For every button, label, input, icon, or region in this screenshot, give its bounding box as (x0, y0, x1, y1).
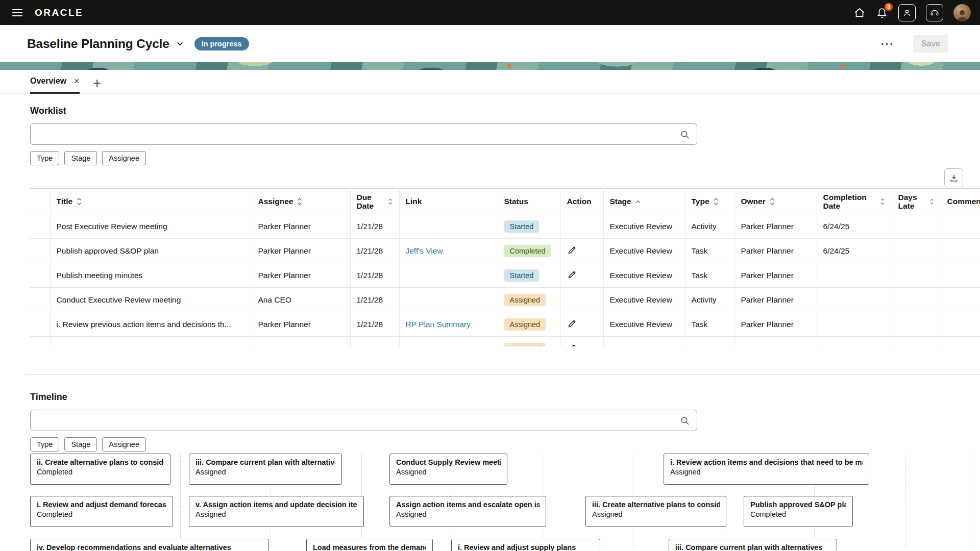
cell-days-late (892, 288, 941, 312)
col-action[interactable]: Action (560, 189, 603, 214)
filter-stage[interactable]: Stage (64, 437, 97, 452)
edit-icon[interactable] (567, 343, 577, 347)
cell-days-late (892, 214, 941, 239)
timeline-card[interactable]: i. Review and adjust demand forecastsCom… (30, 496, 173, 527)
filter-assignee[interactable]: Assignee (102, 151, 146, 165)
table-row[interactable]: Assigned (30, 337, 980, 347)
cell-link (399, 214, 498, 239)
page-header: Baseline Planning Cycle In progress Save (0, 25, 980, 62)
home-icon[interactable] (853, 7, 866, 19)
worklist-search-input[interactable] (37, 124, 680, 144)
filter-stage[interactable]: Stage (64, 151, 97, 165)
col-stage[interactable]: Stage (603, 189, 685, 214)
user-avatar[interactable] (953, 4, 971, 21)
cell-link: Jeff's View (399, 239, 498, 263)
cell-type: Activity (685, 214, 734, 239)
table-header-row: Title Assignee Due Date Link Status Acti… (30, 189, 980, 214)
cell-due-date: 1/21/28 (350, 312, 399, 337)
table-row[interactable]: Publish approved S&OP plan Parker Planne… (30, 239, 980, 263)
cell-assignee: Parker Planner (252, 312, 350, 337)
timeline-card[interactable]: Conduct Supply Review meetingAssigned (389, 454, 507, 485)
cell-owner: Parker Planner (734, 312, 817, 337)
cell-owner: Parker Planner (734, 239, 817, 263)
close-icon[interactable] (74, 78, 80, 85)
search-icon (680, 130, 690, 139)
cell-type (685, 337, 734, 347)
col-assignee[interactable]: Assignee (252, 189, 350, 214)
timeline-card[interactable]: ii. Create alternative plans to consider… (30, 454, 170, 485)
sort-icon (769, 197, 775, 206)
cell-action (560, 214, 603, 239)
cell-completion-date: 6/24/25 (817, 239, 892, 263)
cell-due-date (350, 337, 399, 347)
app-root: ORACLE 3 Baseline Planning Cycle (0, 0, 980, 551)
tab-overview[interactable]: Overview (30, 77, 80, 94)
cell-status: Assigned (498, 337, 560, 347)
top-bar: ORACLE 3 (0, 0, 980, 25)
cell-stage: Executive Review (603, 239, 685, 263)
timeline-card[interactable]: Publish approved S&OP planCompleted (744, 496, 853, 527)
timeline-gridline (180, 454, 181, 548)
cell-completion-date: 6/24/25 (817, 214, 892, 239)
menu-icon[interactable] (9, 4, 27, 21)
timeline-gridline (969, 454, 969, 548)
col-owner[interactable]: Owner (734, 189, 817, 214)
timeline-card[interactable]: i. Review and adjust supply plansAssigne… (451, 539, 600, 551)
table-row[interactable]: i. Review previous action items and deci… (30, 312, 980, 337)
cell-action (560, 263, 603, 288)
cell-link: RP Plan Summary (399, 312, 498, 337)
table-row[interactable]: Publish meeting minutes Parker Planner 1… (30, 263, 980, 288)
col-status[interactable]: Status (498, 189, 560, 214)
timeline-card[interactable]: iii. Compare current plan with alternati… (669, 539, 837, 551)
timeline-card[interactable]: iv. Develop recommendations and evaluate… (30, 539, 269, 551)
table-row[interactable]: Post Executive Review meeting Parker Pla… (30, 214, 980, 239)
filter-type[interactable]: Type (30, 151, 59, 165)
cell-days-late (892, 337, 941, 347)
col-type[interactable]: Type (685, 189, 734, 214)
filter-type[interactable]: Type (30, 437, 59, 452)
cell-status: Assigned (498, 288, 560, 312)
section-divider (25, 374, 980, 374)
timeline-card[interactable]: i. Review action items and decisions tha… (664, 454, 869, 485)
timeline-heading: Timeline (30, 391, 980, 403)
cell-assignee: Ana CEO (252, 288, 350, 312)
cell-completion-date (817, 263, 892, 288)
edit-icon[interactable] (567, 245, 577, 255)
cell-stage: Executive Review (603, 312, 685, 337)
cell-status: Started (498, 263, 560, 288)
col-days-late[interactable]: Days Late (892, 189, 941, 214)
headset-icon[interactable] (926, 4, 943, 21)
table-row[interactable]: Conduct Executive Review meeting Ana CEO… (30, 288, 980, 312)
edit-icon[interactable] (567, 269, 577, 280)
col-completion-date[interactable]: Completion Date (817, 189, 892, 214)
sort-icon (297, 197, 303, 206)
col-title[interactable]: Title (50, 189, 252, 214)
cell-type: Task (685, 263, 734, 288)
more-actions-icon[interactable] (878, 38, 896, 50)
timeline-card[interactable]: iii. Compare current plan with alternati… (189, 454, 342, 485)
save-button[interactable]: Save (913, 35, 948, 53)
col-link[interactable]: Link (399, 189, 498, 214)
notifications: 3 (876, 7, 888, 19)
timeline-card[interactable]: v. Assign action items and update decisi… (189, 496, 364, 527)
contacts-icon[interactable] (898, 4, 916, 21)
col-comments[interactable]: Comments (941, 189, 980, 214)
add-tab-icon[interactable] (93, 78, 101, 88)
edit-icon[interactable] (567, 318, 577, 329)
status-badge: Assigned (504, 343, 546, 347)
timeline-card[interactable]: iii. Create alternative plans to conside… (585, 496, 726, 527)
col-due-date[interactable]: Due Date (350, 189, 399, 214)
link[interactable]: Jeff's View (406, 246, 443, 255)
timeline-search-input[interactable] (37, 410, 680, 431)
download-icon[interactable] (944, 168, 963, 187)
chevron-down-icon[interactable] (175, 38, 185, 49)
cell-status: Started (498, 214, 560, 239)
status-badge: In progress (194, 37, 249, 51)
cell-stage: Executive Review (603, 263, 685, 288)
filter-assignee[interactable]: Assignee (102, 437, 146, 452)
timeline-card[interactable]: Load measures from the demand planAssign… (306, 539, 433, 551)
link[interactable]: RP Plan Summary (406, 320, 471, 329)
status-badge: Started (504, 220, 540, 233)
timeline-card[interactable]: Assign action items and escalate open is… (389, 496, 546, 527)
status-badge: Started (504, 269, 540, 282)
